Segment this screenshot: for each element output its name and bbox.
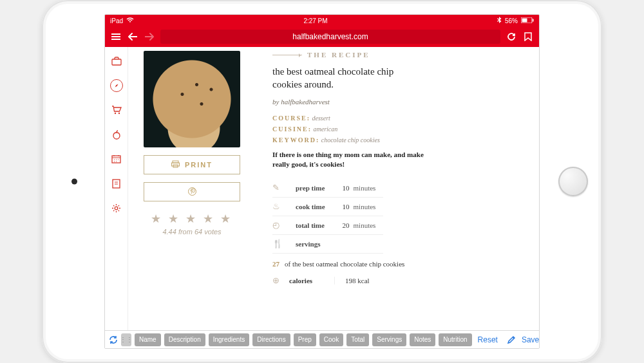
recipe-blurb: If there is one thing my mom can make, a… — [272, 150, 440, 171]
table-row: ◴total time20minutes — [272, 216, 383, 235]
menu-button[interactable] — [110, 31, 122, 42]
bookmark-button[interactable] — [522, 31, 534, 42]
recipe-title: the best oatmeal chocolate chip cookies … — [272, 65, 421, 91]
tag-description[interactable]: Description — [164, 333, 205, 346]
yield-num: 27 — [272, 260, 285, 268]
svg-point-5 — [118, 113, 119, 114]
screen: iPad 2:27 PM 56% — [104, 14, 540, 349]
prep-val: 10 — [333, 179, 352, 198]
keyword-val: chocolate chip cookies — [321, 136, 380, 144]
svg-point-4 — [114, 113, 115, 114]
sidebar-settings-icon[interactable] — [110, 201, 123, 214]
section-label-text: THE RECIPE — [307, 51, 370, 59]
tag-servings[interactable]: Servings — [372, 333, 406, 346]
clock: 2:27 PM — [303, 17, 327, 24]
rating-from: from — [176, 228, 194, 236]
battery-pct: 56% — [505, 17, 518, 24]
cuisine-val: american — [314, 126, 338, 133]
sidebar — [105, 47, 128, 330]
forward-button[interactable] — [144, 31, 155, 42]
url-bar[interactable]: halfbakedharvest.com — [160, 30, 500, 44]
timing-table: ✎prep time10minutes ♨cook time10minutes … — [272, 179, 383, 254]
svg-rect-2 — [533, 19, 534, 21]
sidebar-cart-icon[interactable] — [110, 104, 123, 116]
carrier-label: iPad — [110, 17, 123, 24]
bluetooth-icon — [497, 17, 502, 24]
svg-point-8 — [115, 207, 118, 210]
servings-icon: 🍴 — [272, 239, 284, 249]
cuisine-key: CUISINE: — [272, 126, 312, 133]
drag-handle[interactable]: ⋮⋮ — [121, 333, 131, 346]
bottom-toolbar: ⋮⋮ NameDescriptionIngredientsDirectionsP… — [105, 330, 539, 348]
table-row: ♨cook time10minutes — [272, 198, 383, 216]
back-button[interactable] — [127, 31, 138, 42]
recipe-image — [144, 51, 240, 147]
edit-button[interactable] — [507, 333, 516, 346]
wifi-icon — [126, 17, 134, 24]
rating-value: 4.44 — [162, 228, 176, 236]
table-row: 🍴servings — [272, 235, 383, 254]
sync-button[interactable] — [109, 333, 118, 346]
sidebar-compass-icon[interactable] — [110, 79, 123, 92]
print-button[interactable]: PRINT — [144, 155, 240, 174]
tag-nutrition[interactable]: Nutrition — [439, 333, 471, 346]
tag-notes[interactable]: Notes — [410, 333, 435, 346]
calories-row: ⊕ calories 198 kcal — [272, 275, 526, 286]
rating-votes: 64 votes — [194, 228, 222, 236]
tag-cook[interactable]: Cook — [319, 333, 343, 346]
reset-button[interactable]: Reset — [475, 335, 500, 344]
prep-unit: minutes — [352, 179, 384, 198]
cook-label: cook time — [292, 198, 333, 216]
ipad-frame: iPad 2:27 PM 56% — [42, 0, 602, 363]
recipe-byline: by halfbakedharvest — [272, 98, 526, 106]
calories-label: calories — [289, 277, 334, 284]
reload-button[interactable] — [506, 31, 517, 42]
calories-val: 198 kcal — [334, 277, 370, 284]
pinterest-button[interactable] — [144, 182, 240, 201]
prep-label: prep time — [292, 179, 333, 198]
sidebar-notebook-icon[interactable] — [110, 177, 123, 190]
home-button[interactable] — [558, 167, 588, 196]
tag-prep[interactable]: Prep — [294, 333, 316, 346]
battery-icon — [521, 17, 534, 24]
course-key: COURSE: — [272, 115, 310, 122]
arrow-icon — [272, 55, 302, 55]
servings-label: servings — [292, 235, 383, 254]
prep-icon: ✎ — [272, 183, 284, 193]
yield-text: of the best oatmeal chocolate chip cooki… — [285, 260, 404, 268]
rating-block: ★ ★ ★ ★ ★ 4.44 from 64 votes — [144, 212, 240, 236]
sidebar-apple-icon[interactable] — [110, 128, 123, 141]
print-label: PRINT — [185, 161, 213, 169]
section-label: THE RECIPE — [272, 51, 526, 59]
tag-ingredients[interactable]: Ingredients — [209, 333, 249, 346]
total-icon: ◴ — [272, 220, 284, 230]
sidebar-briefcase-icon[interactable] — [110, 55, 123, 68]
svg-rect-3 — [112, 59, 121, 65]
course-val: dessert — [312, 115, 330, 122]
camera-dot — [71, 179, 77, 185]
sidebar-calendar-icon[interactable] — [110, 153, 123, 165]
url-text: halfbakedharvest.com — [292, 32, 368, 41]
content-area: PRINT ★ ★ ★ ★ ★ 4.44 from 64 votes — [128, 47, 539, 330]
total-val: 20 — [333, 216, 352, 235]
cook-icon: ♨ — [272, 201, 284, 212]
save-button[interactable]: Save — [519, 335, 540, 344]
status-bar: iPad 2:27 PM 56% — [105, 15, 539, 26]
cook-unit: minutes — [352, 198, 384, 216]
print-icon — [171, 160, 180, 169]
stars-icon: ★ ★ ★ ★ ★ — [144, 212, 240, 226]
tag-directions[interactable]: Directions — [252, 333, 290, 346]
tag-name[interactable]: Name — [135, 333, 161, 346]
browser-toolbar: halfbakedharvest.com — [105, 26, 539, 47]
calories-icon: ⊕ — [272, 275, 284, 286]
total-unit: minutes — [352, 216, 384, 235]
yield-line: 27of the best oatmeal chocolate chip coo… — [272, 260, 526, 268]
svg-rect-1 — [522, 18, 527, 22]
keyword-key: KEYWORD: — [272, 136, 319, 144]
cook-val: 10 — [333, 198, 352, 216]
pinterest-icon — [188, 187, 196, 197]
total-label: total time — [292, 216, 333, 235]
table-row: ✎prep time10minutes — [272, 179, 383, 198]
tag-total[interactable]: Total — [346, 333, 369, 346]
